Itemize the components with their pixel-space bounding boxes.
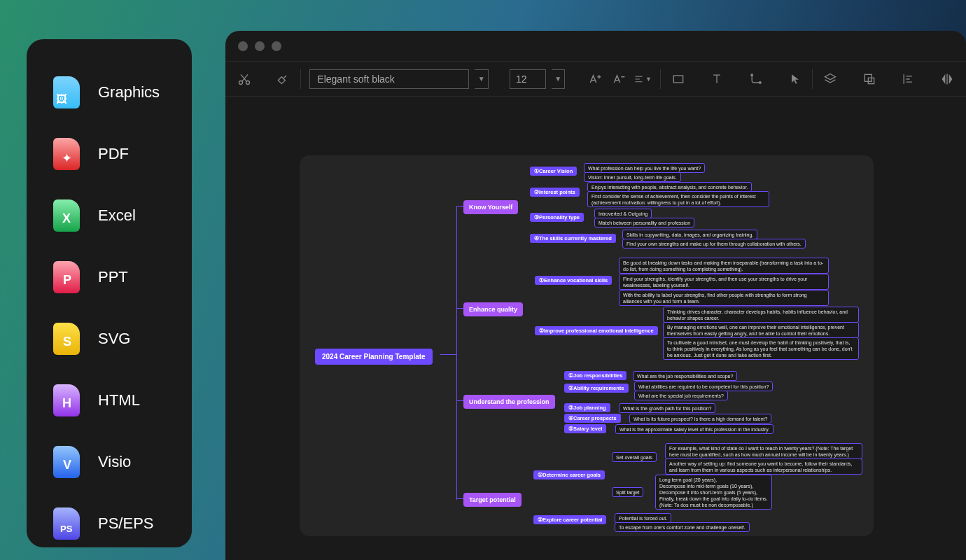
mm-sub[interactable]: ③Personality type [530, 213, 584, 222]
font-size-select[interactable]: 12 [510, 69, 546, 89]
align-icon[interactable]: ▼ [634, 70, 652, 88]
mm-leaf[interactable]: What abilities are required to be compet… [634, 382, 773, 391]
mm-sub[interactable]: ②Improve professional emotional intellig… [535, 326, 658, 335]
rectangle-icon[interactable] [669, 70, 687, 88]
theme-value: Elegant soft black [317, 74, 395, 85]
ppt-icon [53, 261, 80, 293]
sidebar-item-pdf[interactable]: PDF [27, 123, 192, 185]
canvas[interactable]: 2024 Career Planning Template Know Yours… [300, 155, 874, 536]
export-sidebar: Graphics PDF Excel PPT SVG HTML Visio PS… [27, 39, 192, 547]
pdf-icon [53, 138, 80, 170]
sidebar-label: Visio [98, 453, 131, 471]
visio-icon [53, 446, 80, 478]
editor-window: Elegant soft black ▼ 12 ▼ ▼ [225, 31, 966, 560]
mm-leaf[interactable]: What is its future prospect? Is there a … [629, 414, 771, 424]
sidebar-label: Excel [98, 206, 136, 225]
mm-sub[interactable]: ④Career prospects [564, 414, 621, 423]
svg-point-3 [751, 74, 753, 76]
mm-leaf[interactable]: By managing emotions well, one can impro… [663, 322, 859, 338]
font-decrease-icon[interactable] [610, 70, 628, 88]
sidebar-label: Graphics [98, 83, 160, 102]
html-icon [53, 384, 80, 416]
sidebar-label: PPT [98, 268, 128, 286]
mm-leaf[interactable]: Set overall goals [612, 452, 657, 462]
align-left-icon[interactable] [899, 70, 918, 88]
flip-icon[interactable] [938, 70, 956, 88]
mm-leaf[interactable]: Introverted & Outgoing [594, 209, 652, 218]
ps-icon [53, 507, 80, 540]
theme-select[interactable]: Elegant soft black [309, 69, 469, 89]
mindmap: 2024 Career Planning Template Know Yours… [311, 167, 862, 525]
svg-rect-6 [868, 78, 874, 83]
layers-icon[interactable] [821, 70, 839, 88]
mm-leaf[interactable]: Be good at breaking down tasks and makin… [619, 258, 829, 274]
sidebar-label: SVG [98, 330, 130, 348]
group-icon[interactable] [860, 70, 878, 88]
window-minimize-dot[interactable] [255, 41, 265, 51]
mm-leaf[interactable]: Find your strengths, identify your stren… [619, 274, 829, 290]
mm-sub[interactable]: ①Job responsibilities [564, 371, 626, 380]
sidebar-label: PS/EPS [98, 514, 153, 533]
text-icon[interactable] [708, 70, 726, 88]
mm-sub[interactable]: ②Ability requirements [564, 384, 629, 393]
mm-branch[interactable]: Understand the profession [463, 395, 555, 409]
mm-leaf[interactable]: Vision: Inner pursuit, long-term life go… [584, 172, 681, 182]
sidebar-item-ppt[interactable]: PPT [27, 246, 192, 308]
mm-leaf[interactable]: What are the job responsibilities and sc… [633, 371, 737, 381]
titlebar [225, 31, 966, 62]
mm-leaf[interactable]: With the ability to label your strengths… [619, 290, 829, 306]
mm-sub[interactable]: ②Explore career potential [533, 515, 606, 524]
mm-sub[interactable]: ⑤Salary level [564, 424, 606, 433]
sidebar-item-excel[interactable]: Excel [27, 185, 192, 246]
mm-leaf[interactable]: Find your own strengths and make up for … [622, 239, 806, 248]
mm-branch[interactable]: Know Yourself [463, 200, 518, 214]
mm-leaf[interactable]: Skills in copywriting, data, images, and… [622, 230, 757, 239]
connector-icon[interactable] [747, 70, 765, 88]
theme-dropdown-icon[interactable]: ▼ [475, 69, 489, 89]
font-increase-icon[interactable] [586, 70, 604, 88]
toolbar: Elegant soft black ▼ 12 ▼ ▼ [225, 62, 966, 97]
excel-icon [53, 200, 80, 232]
font-size-dropdown-icon[interactable]: ▼ [552, 69, 566, 89]
mm-leaf[interactable]: What is the growth path for this positio… [619, 403, 715, 413]
mm-sub[interactable]: ①Career Vision [530, 167, 577, 176]
sidebar-item-html[interactable]: HTML [27, 370, 192, 431]
mm-leaf[interactable]: Thinking drives character, character dev… [663, 307, 859, 323]
window-maximize-dot[interactable] [272, 41, 281, 51]
sidebar-item-ps[interactable]: PS/EPS [27, 493, 192, 554]
sidebar-label: PDF [98, 145, 129, 163]
mm-leaf[interactable]: What is the approximate salary level of … [615, 424, 774, 434]
mm-leaf[interactable]: To cultivate a good mindset, one must de… [663, 337, 859, 360]
mm-leaf[interactable]: Potential is forced out. [615, 513, 671, 523]
mm-branch[interactable]: Enhance quality [463, 302, 523, 316]
cursor-icon[interactable] [786, 70, 804, 88]
format-painter-icon[interactable] [274, 70, 293, 88]
cut-icon[interactable] [235, 70, 253, 88]
mm-leaf[interactable]: What profession can help you live the li… [584, 163, 705, 173]
mm-leaf[interactable]: To escape from one's comfort zone and ch… [615, 522, 750, 532]
sidebar-label: HTML [98, 391, 140, 410]
mm-leaf[interactable]: First consider the sense of achievement,… [587, 191, 769, 207]
svg-icon [53, 323, 80, 355]
sidebar-item-svg[interactable]: SVG [27, 308, 192, 370]
mm-leaf[interactable]: Split target [612, 487, 643, 497]
font-size-value: 12 [516, 74, 527, 85]
svg-point-4 [760, 81, 762, 83]
mm-sub[interactable]: ④The skills currently mastered [530, 234, 616, 243]
mm-leaf[interactable]: Another way of setting up: find someone … [665, 458, 862, 475]
mm-sub[interactable]: ①Enhance vocational skills [535, 276, 612, 285]
sidebar-item-visio[interactable]: Visio [27, 431, 192, 493]
mm-sub[interactable]: ③Job planning [564, 403, 610, 412]
mm-leaf[interactable]: What are the special job requirements? [634, 391, 728, 400]
mm-leaf[interactable]: Match between personality and profession [594, 218, 694, 227]
sidebar-item-graphics[interactable]: Graphics [27, 62, 192, 123]
mm-root[interactable]: 2024 Career Planning Template [315, 349, 433, 365]
mm-leaf[interactable]: Long term goal (20 years), Decompose int… [655, 475, 772, 510]
mm-leaf[interactable]: Enjoys interacting with people, abstract… [587, 182, 752, 192]
svg-rect-2 [673, 76, 682, 83]
mm-sub[interactable]: ②Interest points [530, 188, 580, 197]
mm-leaf[interactable]: For example, what kind of state do I wan… [665, 443, 862, 459]
window-close-dot[interactable] [238, 41, 248, 51]
mm-branch[interactable]: Target potential [463, 493, 522, 507]
mm-sub[interactable]: ①Determine career goals [533, 470, 605, 479]
